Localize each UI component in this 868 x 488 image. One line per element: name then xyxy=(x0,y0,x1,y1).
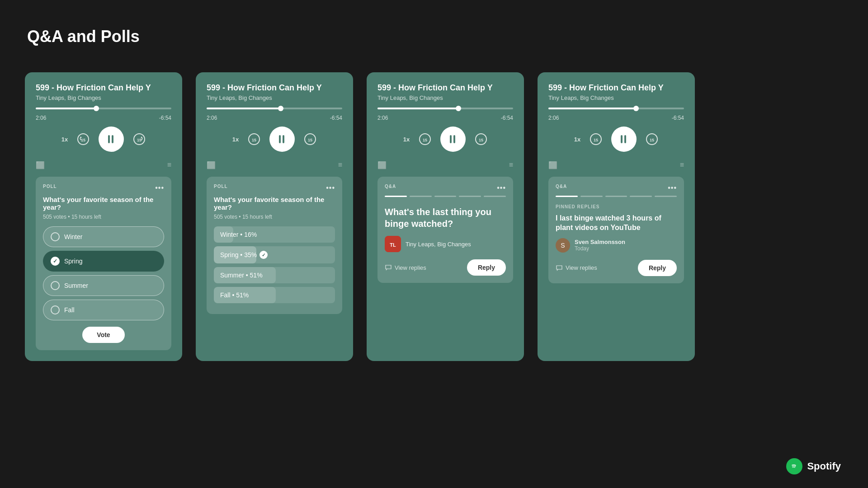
card-4-speed[interactable]: 1x xyxy=(574,136,580,143)
card-2-play-pause[interactable] xyxy=(269,127,295,152)
card-4-skip-back[interactable]: 15 xyxy=(590,133,602,145)
card-1-play-pause[interactable] xyxy=(99,127,124,152)
card-2-device-icon[interactable]: ⬜ xyxy=(207,161,216,169)
card-1-title: 599 - How Friction Can Help Y xyxy=(36,83,171,93)
card-1-skip-forward[interactable]: 15 xyxy=(133,133,146,145)
card-3-time-row: 2:06 -6:54 xyxy=(377,115,513,121)
dot4-2 xyxy=(580,196,603,197)
card-1-footer-icons: ⬜ ≡ xyxy=(36,161,171,169)
card-3-play-pause[interactable] xyxy=(440,127,466,152)
card-3-skip-forward[interactable]: 15 xyxy=(475,133,487,145)
card-1-tag: POLL ••• xyxy=(43,184,164,192)
svg-text:15: 15 xyxy=(423,138,427,142)
vote-button[interactable]: Vote xyxy=(82,327,124,343)
poll-option-winter-label: Winter xyxy=(64,233,82,240)
card-4-footer-icons: ⬜ ≡ xyxy=(548,161,684,169)
card-1-dots[interactable]: ••• xyxy=(155,184,164,192)
poll-result-summer-text: Summer • 51% xyxy=(220,272,329,279)
card-2-time-remaining: -6:54 xyxy=(330,115,342,121)
card-2: 599 - How Friction Can Help Y Tiny Leaps… xyxy=(196,72,353,361)
reply-button-3[interactable]: Reply xyxy=(467,259,506,276)
svg-text:TL: TL xyxy=(390,242,396,248)
qa-author-name: Tiny Leaps, Big Changes xyxy=(406,241,471,248)
card-4-actions: View replies Reply xyxy=(556,260,677,276)
card-4-title: 599 - How Friction Can Help Y xyxy=(548,83,684,93)
qa-question: What's the last thing you binge watched? xyxy=(385,206,506,230)
poll-option-fall[interactable]: Fall xyxy=(43,300,164,320)
poll-option-summer[interactable]: Summer xyxy=(43,275,164,296)
card-4-menu-icon[interactable]: ≡ xyxy=(680,161,684,169)
card-3-time-remaining: -6:54 xyxy=(501,115,513,121)
card-3-device-icon[interactable]: ⬜ xyxy=(377,161,387,169)
card-2-title: 599 - How Friction Can Help Y xyxy=(207,83,342,93)
pinned-time: Today xyxy=(575,245,625,252)
pinned-avatar: S xyxy=(556,238,570,253)
card-3-dots[interactable]: ••• xyxy=(497,184,506,192)
reply-button-4[interactable]: Reply xyxy=(638,260,677,276)
poll-result-winter-text: Winter • 16% xyxy=(220,231,329,238)
poll-option-spring[interactable]: Spring xyxy=(43,251,164,272)
card-2-menu-icon[interactable]: ≡ xyxy=(338,161,342,169)
dot4-3 xyxy=(605,196,627,197)
dot-3 xyxy=(434,196,457,197)
card-1-header: 599 - How Friction Can Help Y Tiny Leaps… xyxy=(36,83,171,101)
card-3-progress-fill xyxy=(377,108,459,109)
card-4-skip-forward[interactable]: 15 xyxy=(646,133,658,145)
poll-result-winter[interactable]: Winter • 16% xyxy=(214,226,335,243)
poll-option-spring-label: Spring xyxy=(64,258,82,265)
card-1-time-row: 2:06 -6:54 xyxy=(36,115,171,121)
dot4-5 xyxy=(655,196,677,197)
card-2-subtitle: Tiny Leaps, Big Changes xyxy=(207,94,342,101)
card-4: 599 - How Friction Can Help Y Tiny Leaps… xyxy=(538,72,695,361)
card-3-time-current: 2:06 xyxy=(377,115,388,121)
card-2-progress-bar[interactable] xyxy=(207,108,342,109)
poll-option-summer-label: Summer xyxy=(64,282,88,289)
card-3-subtitle: Tiny Leaps, Big Changes xyxy=(377,94,513,101)
card-2-progress-fill xyxy=(207,108,281,109)
card-4-play-pause[interactable] xyxy=(611,127,637,152)
poll-result-summer[interactable]: Summer • 51% xyxy=(214,267,335,283)
poll-option-fall-label: Fall xyxy=(64,306,75,314)
spotify-icon xyxy=(786,458,802,474)
card-2-skip-forward[interactable]: 15 xyxy=(304,133,316,145)
card-1-progress-bar[interactable] xyxy=(36,108,171,109)
card-1-content: POLL ••• What's your favorite season of … xyxy=(36,177,171,350)
card-2-poll-meta: 505 votes • 15 hours left xyxy=(214,214,335,220)
card-3-header: 599 - How Friction Can Help Y Tiny Leaps… xyxy=(377,83,513,101)
card-2-time-row: 2:06 -6:54 xyxy=(207,115,342,121)
card-2-speed[interactable]: 1x xyxy=(232,136,239,143)
card-1-menu-icon[interactable]: ≡ xyxy=(167,161,171,169)
card-4-time-remaining: -6:54 xyxy=(672,115,684,121)
qa-avatar: TL xyxy=(385,236,401,252)
card-1-speed[interactable]: 1x xyxy=(61,136,68,143)
card-1-controls: 1x 15 15 xyxy=(36,127,171,152)
card-3-progress-bar[interactable] xyxy=(377,108,513,109)
card-1-device-icon[interactable]: ⬜ xyxy=(36,161,45,169)
spring-check: ✓ xyxy=(259,251,268,259)
pinned-label: PINNED REPLIES xyxy=(556,204,677,209)
pinned-author: S Sven Salmonsson Today xyxy=(556,238,677,253)
card-2-poll-question: What's your favorite season of the year? xyxy=(214,196,335,211)
view-replies-3[interactable]: View replies xyxy=(385,264,426,271)
dot-1 xyxy=(385,196,407,197)
card-3: 599 - How Friction Can Help Y Tiny Leaps… xyxy=(367,72,524,361)
card-2-skip-back[interactable]: 15 xyxy=(248,133,260,145)
svg-text:15: 15 xyxy=(594,138,598,142)
spotify-name: Spotify xyxy=(807,460,841,472)
radio-spring xyxy=(51,257,60,266)
card-4-device-icon[interactable]: ⬜ xyxy=(548,161,557,169)
dot-2 xyxy=(410,196,432,197)
card-4-progress-bar[interactable] xyxy=(548,108,684,109)
card-4-header: 599 - How Friction Can Help Y Tiny Leaps… xyxy=(548,83,684,101)
card-3-speed[interactable]: 1x xyxy=(403,136,410,143)
poll-result-spring[interactable]: Spring • 35% ✓ xyxy=(214,246,335,263)
card-2-dots[interactable]: ••• xyxy=(326,184,335,192)
card-1-skip-back[interactable]: 15 xyxy=(77,133,90,145)
poll-option-winter[interactable]: Winter xyxy=(43,226,164,247)
card-2-content: POLL ••• What's your favorite season of … xyxy=(207,177,342,314)
card-3-skip-back[interactable]: 15 xyxy=(419,133,431,145)
view-replies-4[interactable]: View replies xyxy=(556,264,597,272)
card-4-dots[interactable]: ••• xyxy=(668,184,677,192)
poll-result-fall[interactable]: Fall • 51% xyxy=(214,287,335,303)
card-3-menu-icon[interactable]: ≡ xyxy=(509,161,513,169)
